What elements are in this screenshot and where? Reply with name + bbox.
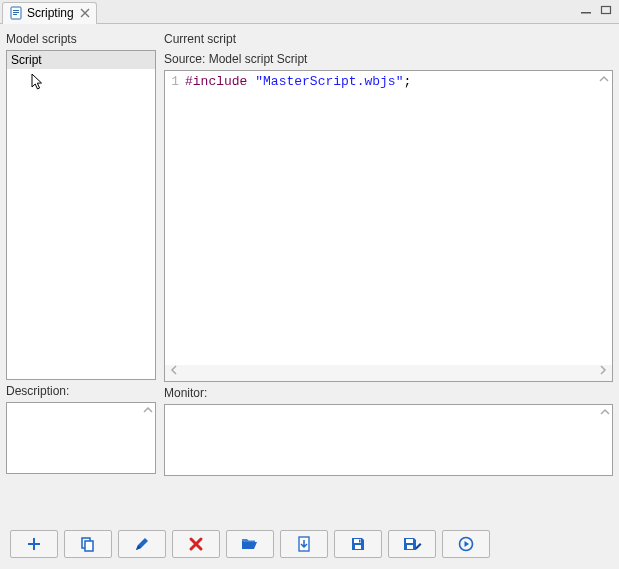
- pencil-icon: [134, 536, 150, 552]
- floppy-pencil-icon: [402, 536, 422, 552]
- source-line: Source: Model script Script: [164, 52, 613, 66]
- description-textarea[interactable]: [6, 402, 156, 474]
- toolbar: [0, 524, 619, 564]
- svg-rect-12: [355, 545, 361, 549]
- remove-button[interactable]: [172, 530, 220, 558]
- svg-rect-4: [581, 12, 591, 14]
- left-panel: Model scripts Script Description:: [6, 30, 156, 518]
- script-editor[interactable]: 1 #include "MasterScript.wbjs";: [164, 70, 613, 382]
- maximize-button[interactable]: [597, 2, 615, 18]
- svg-rect-1: [13, 10, 19, 11]
- play-circle-icon: [458, 536, 474, 552]
- scroll-up-icon: [596, 71, 612, 87]
- svg-rect-9: [85, 541, 93, 551]
- editor-content[interactable]: #include "MasterScript.wbjs";: [185, 73, 596, 90]
- svg-rect-14: [406, 539, 413, 543]
- tab-bar: Scripting: [0, 0, 619, 24]
- svg-rect-3: [13, 14, 17, 15]
- svg-rect-13: [359, 540, 361, 543]
- open-button[interactable]: [226, 530, 274, 558]
- script-file-icon: [9, 6, 23, 20]
- svg-rect-15: [407, 545, 413, 549]
- mouse-cursor-icon: [31, 73, 45, 91]
- editor-horizontal-scrollbar[interactable]: [165, 365, 612, 381]
- x-icon: [188, 536, 204, 552]
- run-button[interactable]: [442, 530, 490, 558]
- tab-scripting[interactable]: Scripting: [2, 2, 97, 24]
- right-panel: Current script Source: Model script Scri…: [164, 30, 613, 518]
- source-name: Model script Script: [209, 52, 308, 66]
- plus-icon: [26, 536, 42, 552]
- svg-rect-2: [13, 12, 19, 13]
- svg-rect-7: [28, 543, 40, 545]
- reload-button[interactable]: [280, 530, 328, 558]
- minimize-button[interactable]: [577, 2, 595, 18]
- edit-button[interactable]: [118, 530, 166, 558]
- list-item[interactable]: Script: [7, 51, 155, 69]
- main-area: Model scripts Script Description: Curren…: [0, 24, 619, 524]
- model-scripts-list[interactable]: Script: [6, 50, 156, 380]
- floppy-icon: [350, 536, 366, 552]
- scroll-left-icon: [165, 365, 183, 381]
- scroll-up-icon: [141, 403, 155, 417]
- source-prefix: Source:: [164, 52, 209, 66]
- line-number: 1: [165, 73, 183, 90]
- save-button[interactable]: [334, 530, 382, 558]
- description-label: Description:: [6, 384, 156, 398]
- scroll-up-icon: [598, 405, 612, 419]
- copy-button[interactable]: [64, 530, 112, 558]
- tab-title: Scripting: [27, 6, 74, 20]
- scroll-right-icon: [594, 365, 612, 381]
- model-scripts-label: Model scripts: [6, 32, 156, 46]
- monitor-textarea[interactable]: [164, 404, 613, 476]
- save-as-button[interactable]: [388, 530, 436, 558]
- monitor-label: Monitor:: [164, 386, 613, 400]
- svg-rect-5: [602, 7, 611, 14]
- close-tab-icon[interactable]: [80, 8, 90, 18]
- file-reload-icon: [296, 536, 312, 552]
- open-folder-icon: [241, 536, 259, 552]
- editor-gutter: 1: [165, 71, 183, 90]
- copy-icon: [80, 536, 96, 552]
- current-script-label: Current script: [164, 32, 613, 46]
- add-button[interactable]: [10, 530, 58, 558]
